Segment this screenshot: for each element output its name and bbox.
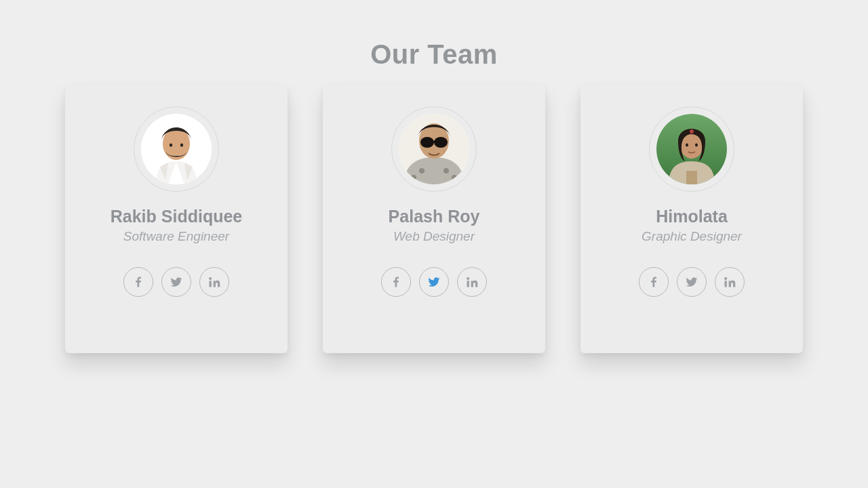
avatar: [656, 114, 727, 184]
facebook-icon[interactable]: [639, 267, 669, 297]
member-name: Himolata: [656, 207, 728, 226]
member-name: Palash Roy: [389, 207, 480, 226]
linkedin-icon[interactable]: [457, 267, 487, 297]
svg-point-16: [686, 144, 688, 147]
social-links: [639, 267, 745, 297]
team-card: Rakib Siddiquee Software Engineer: [65, 85, 288, 353]
svg-point-11: [434, 137, 448, 148]
facebook-icon[interactable]: [381, 267, 411, 297]
member-role: Graphic Designer: [642, 229, 742, 244]
facebook-icon[interactable]: [123, 267, 153, 297]
avatar-ring: [391, 106, 477, 192]
member-name: Rakib Siddiquee: [111, 207, 242, 226]
svg-point-17: [695, 144, 698, 147]
avatar: [141, 114, 212, 184]
page-title: Our Team: [0, 39, 868, 70]
svg-point-5: [419, 168, 425, 174]
svg-point-18: [690, 129, 694, 134]
svg-point-8: [452, 175, 457, 180]
svg-point-2: [170, 143, 172, 146]
avatar: [399, 114, 469, 184]
avatar-ring: [134, 106, 219, 192]
twitter-icon[interactable]: [419, 267, 449, 297]
svg-rect-14: [686, 171, 697, 184]
svg-point-7: [411, 175, 416, 180]
twitter-icon[interactable]: [161, 267, 191, 297]
svg-rect-12: [433, 141, 435, 143]
team-card: Palash Roy Web Designer: [323, 85, 545, 353]
social-links: [123, 267, 229, 297]
member-role: Web Designer: [393, 229, 475, 244]
svg-point-10: [420, 137, 434, 148]
linkedin-icon[interactable]: [199, 267, 229, 297]
team-card: Himolata Graphic Designer: [580, 85, 803, 353]
svg-point-6: [443, 168, 449, 174]
member-role: Software Engineer: [123, 229, 229, 244]
avatar-ring: [649, 106, 734, 192]
social-links: [381, 267, 487, 297]
svg-point-3: [180, 143, 183, 146]
twitter-icon[interactable]: [677, 267, 707, 297]
team-cards: Rakib Siddiquee Software Engineer: [0, 85, 868, 353]
linkedin-icon[interactable]: [715, 267, 745, 297]
